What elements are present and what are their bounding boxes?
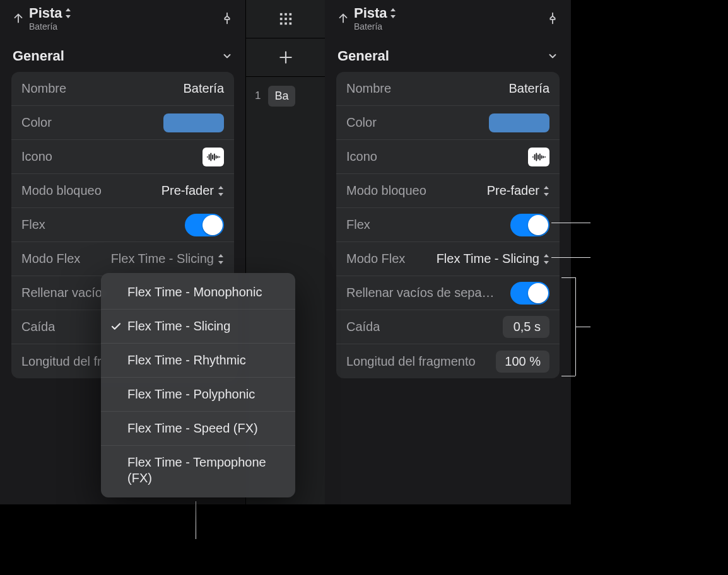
label-name: Nombre bbox=[21, 81, 66, 96]
label-decay: Caída bbox=[21, 320, 55, 334]
inspector-title-text: Pista bbox=[29, 5, 62, 21]
row-flex-mode[interactable]: Modo Flex Flex Time - Slicing bbox=[336, 242, 560, 276]
popup-item[interactable]: Flex Time - Rhythmic bbox=[101, 344, 295, 378]
row-freeze-mode[interactable]: Modo bloqueo Pre-fader bbox=[11, 174, 234, 208]
label-flex-mode: Modo Flex bbox=[21, 252, 80, 266]
inspector-title-wrap[interactable]: Pista Batería bbox=[11, 5, 71, 31]
popup-item-label: Flex Time - Speed (FX) bbox=[127, 421, 258, 436]
up-arrow-icon bbox=[11, 11, 25, 25]
svg-rect-2 bbox=[289, 13, 291, 16]
updown-icon bbox=[65, 8, 71, 18]
updown-icon bbox=[543, 186, 549, 196]
inspector-header: Pista Batería bbox=[325, 0, 571, 38]
callout-line bbox=[575, 327, 590, 327]
svg-rect-6 bbox=[279, 23, 282, 25]
row-flex: Flex bbox=[11, 208, 234, 242]
row-name[interactable]: Nombre Batería bbox=[11, 72, 234, 106]
updown-icon bbox=[218, 254, 224, 264]
row-flex-mode[interactable]: Modo Flex Flex Time - Slicing bbox=[11, 242, 234, 276]
label-flex: Flex bbox=[346, 218, 370, 232]
track-label: Ba bbox=[268, 86, 295, 107]
svg-rect-8 bbox=[289, 23, 291, 25]
track-row-1[interactable]: 1 Ba bbox=[246, 77, 325, 115]
label-icon: Icono bbox=[21, 149, 52, 164]
inspector-title-text: Pista bbox=[354, 5, 387, 21]
updown-icon bbox=[218, 186, 224, 196]
row-flex: Flex bbox=[336, 208, 560, 242]
svg-rect-7 bbox=[285, 23, 287, 25]
inspector-header: Pista Batería bbox=[0, 0, 245, 38]
callout-line bbox=[196, 501, 196, 539]
flex-mode-popup[interactable]: Flex Time - MonophonicFlex Time - Slicin… bbox=[101, 273, 295, 497]
section-title: General bbox=[13, 48, 64, 64]
value-freeze: Pre-fader bbox=[161, 183, 214, 198]
popup-item[interactable]: Flex Time - Monophonic bbox=[101, 276, 295, 310]
row-slice-length[interactable]: Longitud del fragmento 100 % bbox=[336, 344, 560, 378]
add-track-button[interactable] bbox=[246, 38, 325, 77]
label-fill: Rellenar vacíos de separación bbox=[346, 286, 498, 300]
row-icon[interactable]: Icono bbox=[11, 140, 234, 174]
grid-icon[interactable] bbox=[279, 12, 293, 26]
callout-line bbox=[575, 277, 576, 376]
label-color: Color bbox=[21, 115, 52, 130]
popup-item[interactable]: Flex Time - Slicing bbox=[101, 310, 295, 344]
label-fill: Rellenar vacíos bbox=[21, 286, 109, 300]
fill-gaps-toggle[interactable] bbox=[510, 282, 549, 305]
section-header-general[interactable]: General bbox=[325, 38, 571, 72]
value-name: Batería bbox=[184, 81, 224, 96]
svg-rect-0 bbox=[279, 13, 282, 16]
general-card: Nombre Batería Color Icono Modo bloqueo … bbox=[336, 72, 560, 378]
value-freeze: Pre-fader bbox=[487, 183, 539, 198]
inspector-subtitle: Batería bbox=[354, 21, 396, 32]
waveform-icon bbox=[532, 152, 546, 162]
flex-toggle[interactable] bbox=[185, 214, 224, 236]
svg-rect-3 bbox=[279, 18, 282, 20]
track-icon-button[interactable] bbox=[528, 148, 549, 166]
callout-line bbox=[561, 277, 575, 278]
track-icon-button[interactable] bbox=[203, 148, 224, 166]
color-swatch[interactable] bbox=[489, 113, 549, 132]
flex-toggle[interactable] bbox=[510, 214, 549, 236]
row-fill-gaps: Rellenar vacíos de separación bbox=[336, 276, 560, 310]
track-index: 1 bbox=[255, 90, 261, 102]
value-decay[interactable]: 0,5 s bbox=[503, 316, 549, 338]
inspector-title-wrap[interactable]: Pista Batería bbox=[336, 5, 396, 31]
popup-item[interactable]: Flex Time - Polyphonic bbox=[101, 378, 295, 412]
row-color[interactable]: Color bbox=[11, 106, 234, 140]
label-flex: Flex bbox=[21, 218, 45, 232]
popup-item-label: Flex Time - Tempophone (FX) bbox=[127, 455, 284, 486]
row-decay[interactable]: Caída 0,5 s bbox=[336, 310, 560, 344]
value-name: Batería bbox=[509, 81, 549, 96]
track-toolbar bbox=[246, 0, 325, 38]
value-flex-mode: Flex Time - Slicing bbox=[437, 252, 539, 266]
section-header-general[interactable]: General bbox=[0, 38, 245, 72]
row-freeze-mode[interactable]: Modo bloqueo Pre-fader bbox=[336, 174, 560, 208]
value-slice[interactable]: 100 % bbox=[496, 351, 549, 373]
popup-item[interactable]: Flex Time - Tempophone (FX) bbox=[101, 446, 295, 495]
row-name[interactable]: Nombre Batería bbox=[336, 72, 560, 106]
chevron-down-icon bbox=[547, 50, 558, 62]
inspector-title: Pista bbox=[354, 5, 396, 21]
label-flex-mode: Modo Flex bbox=[346, 252, 405, 266]
popup-item[interactable]: Flex Time - Speed (FX) bbox=[101, 412, 295, 446]
pin-icon[interactable] bbox=[546, 11, 560, 25]
checkmark-icon bbox=[110, 321, 122, 332]
chevron-down-icon bbox=[221, 50, 233, 62]
label-color: Color bbox=[346, 115, 377, 130]
svg-rect-1 bbox=[285, 13, 287, 16]
updown-icon bbox=[543, 254, 549, 264]
color-swatch[interactable] bbox=[163, 113, 224, 132]
row-color[interactable]: Color bbox=[336, 106, 560, 140]
callout-line bbox=[551, 223, 590, 223]
up-arrow-icon bbox=[336, 11, 350, 25]
svg-rect-4 bbox=[285, 18, 287, 20]
callout-line bbox=[551, 257, 590, 258]
popup-item-label: Flex Time - Monophonic bbox=[127, 284, 262, 300]
label-decay: Caída bbox=[346, 320, 380, 334]
inspector-right: Pista Batería General Nombre Batería Col… bbox=[325, 0, 571, 504]
callout-line bbox=[561, 376, 575, 376]
section-title: General bbox=[338, 48, 389, 64]
popup-item-label: Flex Time - Rhythmic bbox=[127, 352, 246, 368]
row-icon[interactable]: Icono bbox=[336, 140, 560, 174]
pin-icon[interactable] bbox=[220, 11, 234, 25]
